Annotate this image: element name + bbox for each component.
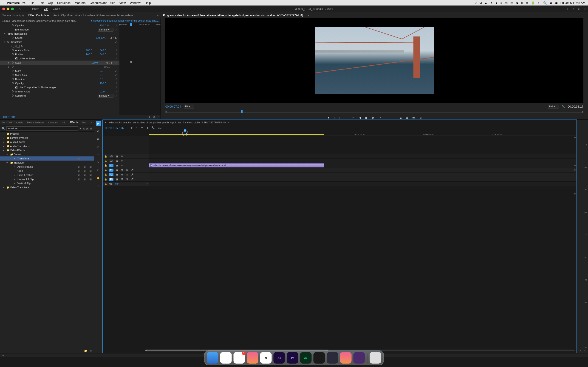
property-select[interactable]: Normal ▾ [98,28,113,32]
tab-program[interactable]: Program: videoblocks-beautiful-aerial-vi… [163,14,303,17]
dock-app-slack[interactable]: 1 [233,352,245,364]
step-back-icon[interactable]: ◀| [359,116,361,119]
twirl-icon[interactable]: ▾ [4,32,7,35]
effects-preset[interactable]: ▫Horizontal Flip▣▣▣ [0,177,94,181]
menu-view[interactable]: View [120,1,126,5]
siri-icon[interactable]: ◉ [555,1,558,5]
toggle-output-icon[interactable]: ▣ [115,178,119,181]
effects-folder[interactable]: ▸📁Video Transitions [0,185,94,190]
scroll-handle-icon[interactable] [574,169,576,171]
extract-icon[interactable]: ⊏ [400,116,402,119]
solo-icon[interactable]: S [125,178,129,181]
track-header-a1[interactable]: 🔒 A1 ▣ M S 🎤 [103,168,149,173]
effect-controls-timeline[interactable]: ▶ :00:00 00:00:14:29 00:00:29:29 [120,23,161,115]
panel-menu-icon[interactable]: ≡ [228,121,229,124]
toggle-output-icon[interactable]: ▣ [115,169,119,171]
zoom-fit-dropdown[interactable]: Fit ▾ [184,105,194,108]
tray-icon[interactable]: ⎚ [475,1,477,5]
linked-selection-icon[interactable]: ∩ [136,126,138,129]
effects-folder[interactable]: ▸📁Presets [0,132,94,136]
eye-icon[interactable]: 👁 [120,155,124,158]
cloud-icon[interactable]: ☁ [2,354,4,357]
effect-property-row[interactable]: ⏱SamplingBilinear ▾↺ [0,94,120,98]
fullscreen-icon[interactable]: ⤢ [584,8,586,10]
effects-folder[interactable]: ▸📁Audio Transitions [0,144,94,148]
dock-app-finder[interactable] [207,352,218,364]
effects-folder[interactable]: ▸📁Lumetri Presets [0,136,94,140]
scroll-handle-icon[interactable] [574,193,576,194]
menu-sequence[interactable]: Sequence [57,1,71,5]
track-id[interactable]: A2 [109,173,113,176]
effect-property-row[interactable]: ▾Time Remapping [0,32,120,36]
maximize-button[interactable] [11,8,14,10]
prev-keyframe-icon[interactable]: ◀ [106,61,107,64]
voice-icon[interactable]: 🎤 [130,173,134,176]
overflow-icon[interactable]: » [90,121,92,124]
clear-search-icon[interactable]: × [80,127,81,130]
program-video-viewport[interactable] [165,18,583,103]
menu-markers[interactable]: Markers [75,1,86,5]
tab-project[interactable]: 29_CGM_Tutorials [2,121,23,124]
twirl-icon[interactable]: ▸ [3,132,6,135]
twirl-icon[interactable]: ▸ [8,65,11,68]
ec-playhead[interactable] [131,23,131,115]
solo-label[interactable]: S [584,349,585,351]
voice-icon[interactable]: 🎤 [130,169,134,171]
reset-icon[interactable]: ↺ [113,90,118,93]
close-button[interactable] [2,8,5,10]
mark-out-icon[interactable]: } [339,116,340,119]
property-value[interactable]: 100.0 [100,82,113,85]
effects-folder[interactable]: ▾📁Transform [0,161,94,165]
reset-icon[interactable]: ↺ [113,78,118,81]
add-marker-icon[interactable]: ▼ [327,116,330,119]
tab-libraries[interactable]: Libraries [48,121,58,124]
effects-search-input[interactable] [6,126,78,131]
twirl-icon[interactable]: ▾ [6,153,9,156]
effect-property-row[interactable]: ▾fxTransform↺ [0,40,120,44]
property-value[interactable]: 100.0 [91,61,105,64]
stopwatch-icon[interactable]: ⏱ [11,69,15,72]
delete-icon[interactable]: 🗑 [90,349,92,352]
mute-icon[interactable]: M [120,169,124,171]
track-header-v3[interactable]: 🔒 V3 ▣ 👁 [103,154,149,159]
track-header-a3[interactable]: 🔒 A3 ▣ M S 🎤 [103,177,149,182]
tray-icon[interactable]: 🔋 [531,1,535,5]
stopwatch-icon[interactable]: ⏱ [11,36,15,39]
reset-icon[interactable]: ↺ [113,94,118,97]
effects-preset[interactable]: ▫Edge Feather▣▣▣ [0,173,94,177]
effects-folder[interactable]: ▾📁Video Effects [0,148,94,152]
new-bin-icon[interactable]: 📁 [84,349,87,352]
tab-info[interactable]: Info [62,121,66,124]
lock-icon[interactable]: 🔒 [104,164,107,167]
prev-keyframe-icon[interactable]: ◀ [110,36,112,40]
menu-window[interactable]: Window [130,1,140,5]
rectangle-tool-icon[interactable]: □ [96,168,101,173]
rect-mask-icon[interactable] [17,45,20,48]
tray-icon[interactable]: ⧉ [480,1,482,5]
effect-property-row[interactable]: Uniform Scale↺ [0,56,120,60]
twirl-icon[interactable]: ▸ [8,61,11,64]
timeline-timecode[interactable]: 00:00:07:04 [105,126,124,130]
filter-badge-icon[interactable]: ▣ [82,127,85,130]
reset-icon[interactable]: ↺ [113,49,118,52]
stopwatch-icon[interactable]: ⏱ [11,74,15,76]
timeline-ruler[interactable]: :00:00 00:00:14:29 00:00:29:29 00:00:44:… [149,131,577,136]
quick-export-icon[interactable]: ⎆ [567,8,569,10]
program-timecode-left[interactable]: 00:00:07:04 [165,105,181,108]
effect-property-row[interactable]: ⏱Skew Axis0.0↺ [0,73,120,77]
slip-tool-icon[interactable]: ↔ [96,152,101,157]
tray-icon[interactable]: ● [500,1,502,5]
property-value[interactable]: 0.0 [100,74,113,76]
property-value[interactable]: 100.0 % [100,24,113,27]
effect-property-row[interactable]: ⏱Opacity100.0↺ [0,81,120,85]
lock-icon[interactable]: 🔒 [104,160,107,162]
lock-icon[interactable]: 🔒 [104,183,107,185]
reset-icon[interactable]: ↺ [113,41,118,44]
menu-graphics[interactable]: Graphics and Titles [90,1,115,5]
checkbox[interactable] [15,57,17,60]
toggle-output-icon[interactable]: ▣ [115,173,119,176]
twirl-icon[interactable]: ▸ [3,136,6,140]
tab-export[interactable]: Export [53,7,60,10]
stopwatch-icon[interactable]: ⏱ [11,82,15,85]
app-name[interactable]: Premiere Pro [7,1,26,5]
